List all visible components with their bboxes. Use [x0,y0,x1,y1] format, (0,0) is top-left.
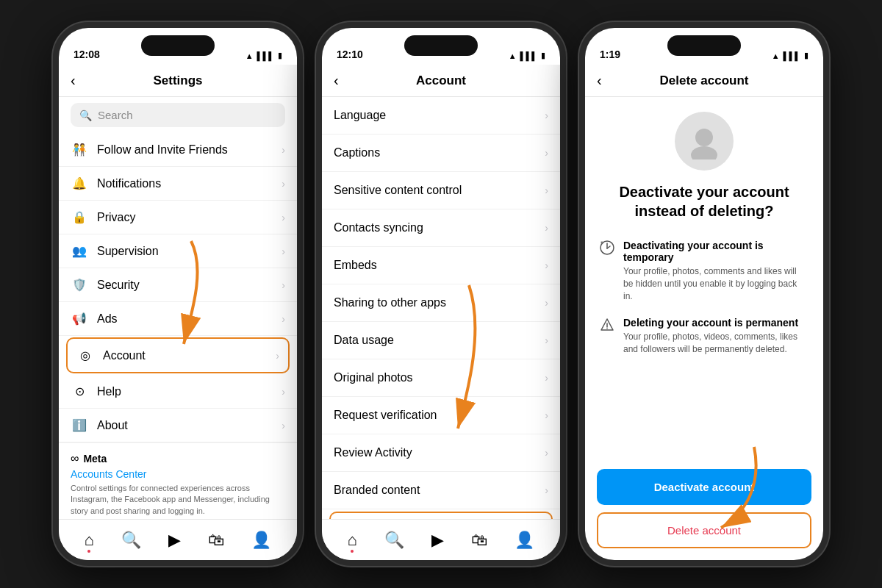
accounts-center-link[interactable]: Accounts Center [71,468,285,480]
account-item-branded[interactable]: Branded content › [322,472,560,509]
account-list: Language › Captions › Sensitive content … [322,97,560,519]
back-button-1[interactable]: ‹ [71,72,93,89]
avatar [675,112,734,171]
privacy-icon: 🔒 [71,210,88,224]
settings-item-about[interactable]: ℹ️ About › [59,409,297,442]
nav-bar-delete: ‹ Delete account [585,65,823,97]
reels-tab[interactable]: ▶ [168,531,181,550]
search-tab-2[interactable]: 🔍 [384,531,404,550]
account-item-data[interactable]: Data usage › [322,322,560,359]
account-item-photos[interactable]: Original photos › [322,359,560,397]
help-icon: ⊙ [71,384,88,398]
deactivate-temp-desc: Your profile, photos, comments and likes… [623,265,808,302]
ads-label: Ads [97,312,282,326]
search-bar[interactable]: 🔍 Search [71,103,285,127]
security-chevron: › [282,279,285,291]
security-label: Security [97,279,282,292]
phone-delete: 1:19 ▲ ▌▌▌ ▮ ‹ Delete account Deactivate… [579,22,829,566]
profile-tab[interactable]: 👤 [251,531,271,550]
supervision-label: Supervision [97,245,282,258]
phone-settings: 12:08 ▲ ▌▌▌ ▮ ‹ Settings 🔍 Search 🧑‍🤝‍🧑 … [53,22,303,566]
signal-icon-3: ▌▌▌ [784,51,800,60]
settings-item-privacy[interactable]: 🔒 Privacy › [59,201,297,234]
deactivate-temp-title: Deactivating your account is temporary [623,240,808,263]
about-chevron: › [282,420,285,431]
notifications-icon: 🔔 [71,176,88,190]
notif-chevron: › [282,178,285,190]
dynamic-island [141,35,215,56]
delete-perm-title: Deleting your account is permanent [623,317,808,329]
settings-item-help[interactable]: ⊙ Help › [59,375,297,409]
delete-screen: ‹ Delete account Deactivate your account… [585,65,823,560]
help-label: Help [97,385,282,398]
nav-bar-account: ‹ Account [322,65,560,97]
supervision-chevron: › [282,245,285,257]
settings-item-account[interactable]: ◎ Account › [66,337,290,373]
home-tab[interactable]: ⌂ [85,531,94,550]
back-button-3[interactable]: ‹ [597,72,619,89]
warning-icon [600,318,614,332]
delete-perm-desc: Your profile, photos, videos, comments, … [623,331,808,356]
search-placeholder: Search [98,109,133,121]
status-icons-3: ▲ ▌▌▌ ▮ [772,51,808,60]
shop-tab[interactable]: 🛍 [208,531,224,550]
meta-logo: ∞ Meta [71,452,285,465]
account-item-language[interactable]: Language › [322,97,560,135]
svg-point-2 [695,129,713,146]
account-item-delete[interactable]: Delete account › [329,512,553,519]
sharing-chevron: › [545,297,548,309]
settings-list: 🧑‍🤝‍🧑 Follow and Invite Friends › 🔔 Noti… [59,133,297,519]
settings-item-notifications[interactable]: 🔔 Notifications › [59,167,297,201]
captions-chevron: › [545,147,548,159]
settings-item-security[interactable]: 🛡️ Security › [59,268,297,302]
settings-item-ads[interactable]: 📢 Ads › [59,302,297,336]
account-item-embeds[interactable]: Embeds › [322,247,560,284]
settings-title: Settings [93,74,263,88]
follow-label: Follow and Invite Friends [97,143,282,157]
search-icon: 🔍 [79,110,92,121]
account-chevron: › [276,350,279,362]
settings-item-supervision[interactable]: 👥 Supervision › [59,234,297,268]
user-avatar-icon [686,123,723,159]
meta-footer: ∞ Meta Accounts Center Control settings … [59,442,297,519]
deactivate-icon [600,240,614,259]
review-chevron: › [545,447,548,459]
account-screen-title: Account [356,74,526,88]
reels-tab-2[interactable]: ▶ [431,531,444,550]
account-item-review[interactable]: Review Activity › [322,434,560,472]
deactivate-headline: Deactivate your account instead of delet… [585,182,823,232]
ads-icon: 📢 [71,312,88,326]
shop-tab-2[interactable]: 🛍 [471,531,487,550]
account-item-sharing[interactable]: Sharing to other apps › [322,284,560,322]
follow-chevron: › [282,144,285,156]
battery-icon-2: ▮ [541,51,545,60]
settings-item-follow[interactable]: 🧑‍🤝‍🧑 Follow and Invite Friends › [59,133,297,167]
time-3: 1:19 [600,49,620,60]
account-item-verification[interactable]: Request verification › [322,397,560,434]
profile-tab-2[interactable]: 👤 [514,531,534,550]
nav-bar-settings: ‹ Settings [59,65,297,97]
delete-account-button[interactable]: Delete account [597,512,811,548]
account-label: Account [103,349,276,362]
sensitive-chevron: › [545,184,548,196]
phone-account: 12:10 ▲ ▌▌▌ ▮ ‹ Account Language › Capti… [316,22,566,566]
account-item-sensitive[interactable]: Sensitive content control › [322,172,560,209]
home-tab-2[interactable]: ⌂ [348,531,357,550]
privacy-chevron: › [282,212,285,223]
status-icons-1: ▲ ▌▌▌ ▮ [245,51,282,60]
back-button-2[interactable]: ‹ [334,72,356,89]
signal-icon: ▌▌▌ [257,51,274,60]
delete-info-row: Deleting your account is permanent Your … [585,309,823,363]
status-icons-2: ▲ ▌▌▌ ▮ [509,51,545,60]
dynamic-island-3 [667,35,741,56]
deactivate-account-button[interactable]: Deactivate account [597,469,811,505]
wifi-icon: ▲ [245,51,254,60]
search-tab[interactable]: 🔍 [121,531,141,550]
wifi-icon-2: ▲ [509,51,517,60]
deactivate-info-content: Deactivating your account is temporary Y… [623,240,808,302]
branded-chevron: › [545,484,548,496]
account-item-contacts[interactable]: Contacts syncing › [322,209,560,247]
lang-chevron: › [545,110,548,121]
account-item-captions[interactable]: Captions › [322,135,560,172]
delete-actions: Deactivate account Delete account [585,457,823,560]
